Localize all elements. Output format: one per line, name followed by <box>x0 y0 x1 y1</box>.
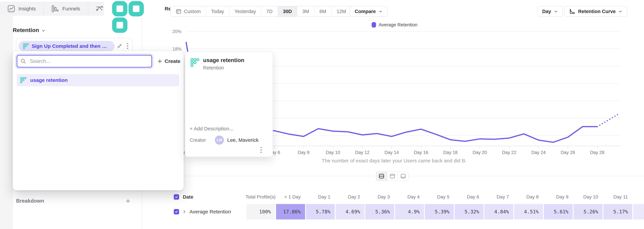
svg-text:Day 20: Day 20 <box>472 150 487 155</box>
range-label: 12M <box>336 9 346 14</box>
svg-text:18%: 18% <box>172 46 182 52</box>
layout-chart-toggle[interactable] <box>387 172 398 181</box>
retention-icon <box>190 58 200 67</box>
table-header-row: Date Total Profile(s)< 1 DayDay 1Day 2Da… <box>171 192 644 202</box>
chart-type-label: Retention Curve <box>578 9 616 14</box>
chevron-down-icon <box>618 10 622 14</box>
search-input[interactable] <box>17 55 152 68</box>
left-gutter <box>0 2 13 229</box>
create-label: Create <box>165 58 180 64</box>
range-label: Yesterday <box>234 9 256 14</box>
layout-top-icon <box>389 173 396 179</box>
retention-value-cell[interactable]: 4.51% <box>513 204 543 220</box>
insights-icon <box>8 5 15 12</box>
calendar-icon <box>176 8 182 14</box>
legend-swatch <box>372 22 376 28</box>
retention-value-cell[interactable]: 4.9% <box>394 204 424 220</box>
creator-label: Creator <box>190 138 215 143</box>
layout-table-toggle[interactable] <box>398 172 408 181</box>
svg-text:Day 12: Day 12 <box>355 150 370 155</box>
column-header[interactable]: Day 5 <box>424 194 454 200</box>
column-header[interactable]: Day 1 <box>305 194 335 200</box>
column-header[interactable]: Day 9 <box>543 194 573 200</box>
layout-toggle-group <box>376 171 409 181</box>
compare-button[interactable]: Compare <box>350 6 388 17</box>
chevron-down-icon <box>554 10 558 14</box>
tab-label: Insights <box>18 6 36 12</box>
retention-value-cell[interactable]: 5.32% <box>454 204 484 220</box>
column-header[interactable]: Day 2 <box>335 194 364 200</box>
svg-text:Day 16: Day 16 <box>414 150 428 155</box>
retention-value-cell[interactable]: 4.69% <box>335 204 364 220</box>
chart-type-button[interactable]: Retention Curve <box>564 6 628 17</box>
range-12m[interactable]: 12M <box>331 6 351 16</box>
report-tab-strip: Insights Funnels Flows <box>0 2 104 16</box>
range-3m[interactable]: 3M <box>297 6 314 16</box>
create-button[interactable]: Create <box>156 56 182 66</box>
row-checkbox[interactable] <box>174 209 179 214</box>
tab-insights[interactable]: Insights <box>0 2 44 16</box>
add-breakdown-button[interactable]: + <box>126 197 130 205</box>
retention-value-cell[interactable]: 4.84% <box>484 204 513 220</box>
svg-text:Day 24: Day 24 <box>531 150 546 155</box>
retention-value-cell[interactable]: 5.17% <box>602 204 632 220</box>
retention-value-cell-partial <box>633 204 644 220</box>
retention-value-cell[interactable]: 100% <box>246 204 275 220</box>
granularity-label: Day <box>542 9 551 14</box>
event-kebab-button[interactable] <box>124 42 131 49</box>
granularity-button[interactable]: Day <box>537 6 563 17</box>
column-header[interactable]: Day 4 <box>394 194 424 200</box>
range-today[interactable]: Today <box>206 6 229 16</box>
section-title-retention[interactable]: Retention <box>13 27 46 34</box>
retention-value-cell[interactable]: 5.78% <box>305 204 335 220</box>
retention-value-cell[interactable]: 5.39% <box>424 204 454 220</box>
compare-label: Compare <box>355 9 376 14</box>
range-label: Today <box>211 9 224 14</box>
column-header[interactable]: Day 8 <box>513 194 543 200</box>
retention-value-cell[interactable]: 5.61% <box>543 204 573 220</box>
range-label: 7D <box>266 9 272 14</box>
search-icon <box>20 58 26 64</box>
range-7d[interactable]: 7D <box>261 6 278 16</box>
flows-icon <box>96 5 103 12</box>
search-result-usage-retention[interactable]: usage retention <box>17 74 179 86</box>
column-header[interactable]: < 1 Day <box>275 194 305 200</box>
retention-value-cell[interactable]: 17.86% <box>275 204 305 220</box>
creator-avatar: LM <box>215 136 224 144</box>
column-header[interactable]: Day 7 <box>484 194 513 200</box>
range-yesterday[interactable]: Yesterday <box>229 6 261 16</box>
check-icon <box>174 210 178 214</box>
retention-table: Date Total Profile(s)< 1 DayDay 1Day 2Da… <box>171 192 644 220</box>
tab-label: Funnels <box>62 6 80 12</box>
retention-value-cell[interactable]: 5.36% <box>364 204 394 220</box>
select-all-checkbox[interactable] <box>174 194 179 200</box>
report-title: usage retention <box>203 57 244 64</box>
kebab-icon <box>126 42 129 50</box>
range-label: Custom <box>184 9 201 14</box>
add-description-button[interactable]: + Add Description... <box>190 126 234 132</box>
creator-name: Lee, Maverick <box>227 137 258 143</box>
retention-value-cell[interactable]: 5.26% <box>573 204 602 220</box>
expand-row-chevron[interactable] <box>182 210 186 214</box>
range-30d[interactable]: 30D <box>278 6 297 16</box>
svg-text:Day 22: Day 22 <box>502 150 516 155</box>
breakdown-section: Breakdown + <box>16 197 130 205</box>
svg-text:20%: 20% <box>172 29 182 34</box>
layout-split-toggle[interactable] <box>376 172 387 181</box>
range-6m[interactable]: 6M <box>314 6 331 16</box>
legend-label: Average Retention <box>379 22 418 28</box>
column-header[interactable]: Day 10 <box>573 194 602 200</box>
range-label: 30D <box>283 9 292 14</box>
column-header[interactable]: Day 6 <box>454 194 484 200</box>
tab-funnels[interactable]: Funnels <box>44 2 88 16</box>
kebab-icon <box>260 146 262 154</box>
column-header[interactable]: Total Profile(s) <box>246 194 275 200</box>
column-header[interactable]: Day 3 <box>364 194 394 200</box>
range-custom[interactable]: Custom <box>170 6 206 16</box>
preview-kebab-button[interactable] <box>258 146 265 154</box>
event-pill[interactable]: Sign Up Completed and then Sign Up Co... <box>18 41 114 51</box>
column-header[interactable]: Day 11 <box>602 194 632 200</box>
svg-text:Day 14: Day 14 <box>384 150 399 155</box>
collapse-button[interactable] <box>116 42 123 49</box>
search-result-list: usage retention <box>17 74 179 86</box>
